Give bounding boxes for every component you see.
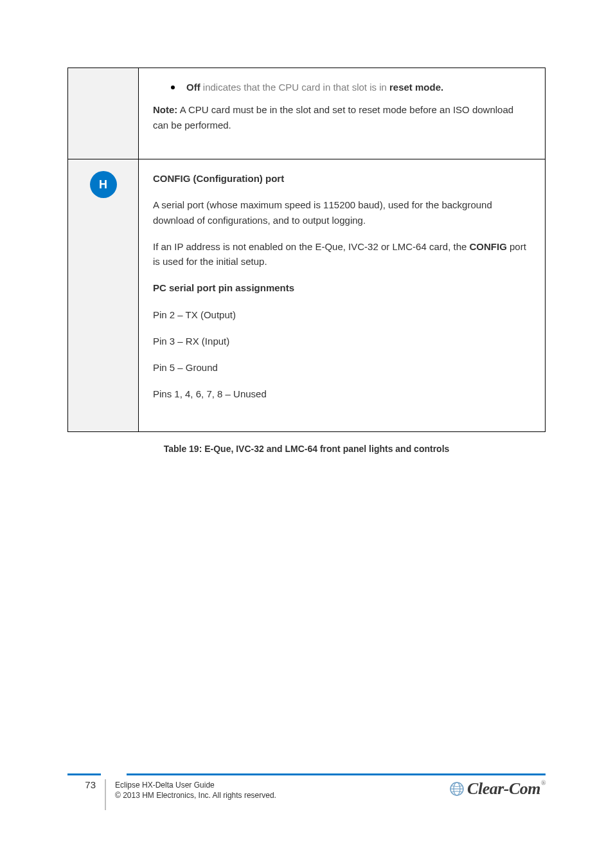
- footer-line1: Eclipse HX-Delta User Guide: [115, 781, 215, 790]
- row1-left-cell: [68, 68, 139, 159]
- bullet-bold-off: Off: [186, 82, 200, 93]
- footer-rule-right: [127, 773, 546, 775]
- pin2-line: Pin 2 – TX (Output): [153, 307, 531, 322]
- logo-wordmark: Clear-Com®: [467, 779, 546, 799]
- registered-mark-icon: ®: [541, 779, 546, 786]
- config-heading: CONFIG (Configuration) port: [153, 171, 531, 186]
- brand-logo: Clear-Com®: [449, 779, 546, 799]
- p2-pre: If an IP address is not enabled on the E…: [153, 241, 470, 252]
- footer-divider: [105, 779, 106, 810]
- row2-right-cell: CONFIG (Configuration) port A serial por…: [139, 159, 546, 432]
- bullet-dot-icon: [171, 86, 175, 89]
- note-text: A CPU card must be in the slot and set t…: [153, 104, 513, 130]
- footer-credits: Eclipse HX-Delta User Guide © 2013 HM El…: [115, 779, 449, 800]
- bullet-item: Off indicates that the CPU card in that …: [153, 80, 531, 95]
- pin5-line: Pin 5 – Ground: [153, 360, 531, 375]
- p2-bold: CONFIG: [470, 241, 507, 252]
- note-line: Note: A CPU card must be in the slot and…: [153, 102, 531, 132]
- row1-right-cell: Off indicates that the CPU card in that …: [139, 68, 546, 159]
- page-number: 73: [67, 779, 101, 790]
- logo-globe-icon: [449, 781, 465, 797]
- footer-rule-left: [67, 773, 101, 775]
- pin-subheading: PC serial port pin assignments: [153, 280, 531, 295]
- footer-line2: © 2013 HM Electronics, Inc. All rights r…: [115, 791, 276, 800]
- config-p2: If an IP address is not enabled on the E…: [153, 239, 531, 269]
- spec-table: Off indicates that the CPU card in that …: [67, 68, 546, 432]
- config-p1: A serial port (whose maximum speed is 11…: [153, 197, 531, 228]
- footer-rule: [67, 773, 546, 775]
- marker-circle-h: H: [90, 171, 117, 198]
- bullet-bold-reset: reset mode.: [389, 82, 443, 93]
- pins-other-line: Pins 1, 4, 6, 7, 8 – Unused: [153, 386, 531, 401]
- bullet-text: Off indicates that the CPU card in that …: [186, 80, 531, 95]
- note-label: Note:: [153, 104, 177, 115]
- bullet-gray: indicates that the CPU card in that slot…: [200, 82, 389, 93]
- table-caption: Table 19: E-Que, IVC-32 and LMC-64 front…: [67, 444, 546, 454]
- row2-left-cell: H: [68, 159, 139, 432]
- pin3-line: Pin 3 – RX (Input): [153, 334, 531, 348]
- page-footer: 73 Eclipse HX-Delta User Guide © 2013 HM…: [67, 773, 546, 810]
